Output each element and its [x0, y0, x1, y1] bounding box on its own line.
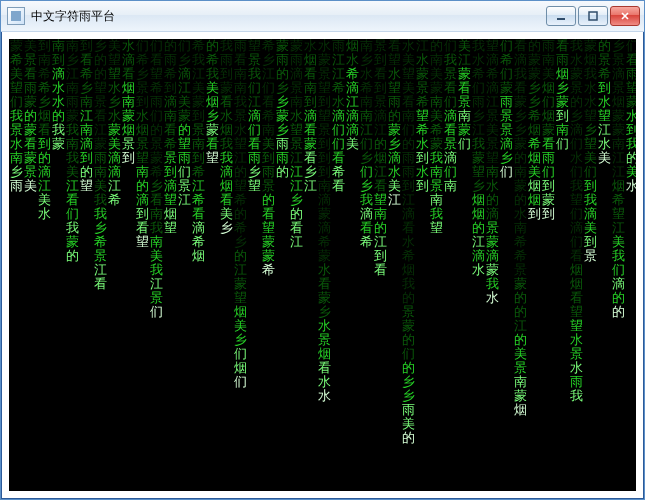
- rain-glyph: 我: [219, 137, 233, 151]
- rain-glyph: 希: [597, 67, 611, 81]
- rain-glyph: 江: [65, 179, 79, 193]
- rain-glyph: 看: [233, 53, 247, 67]
- rain-glyph: 的: [93, 67, 107, 81]
- rain-column: 滴美望望水乡水蒙美滴滴江希: [107, 39, 121, 207]
- rain-glyph: 雨: [9, 179, 23, 193]
- rain-glyph: 美: [107, 137, 121, 151]
- rain-glyph: 美: [23, 39, 37, 53]
- rain-column: 美我蒙希我江美蒙到景南到希江希看滴希烟: [191, 39, 205, 263]
- rain-column: 们乡滴江美蒙的望雨们景江: [177, 39, 191, 207]
- rain-glyph: 的: [275, 165, 289, 179]
- rain-glyph: 江: [597, 123, 611, 137]
- rain-glyph: 我: [233, 95, 247, 109]
- rain-glyph: 的: [597, 39, 611, 53]
- rain-glyph: 滴: [317, 221, 331, 235]
- rain-glyph: 看: [331, 151, 345, 165]
- rain-glyph: 南: [121, 95, 135, 109]
- rain-glyph: 滴: [443, 109, 457, 123]
- rain-glyph: 水: [107, 81, 121, 95]
- rain-glyph: 水: [359, 67, 373, 81]
- rain-glyph: 蒙: [471, 151, 485, 165]
- rain-glyph: 滴: [107, 151, 121, 165]
- rain-glyph: 的: [37, 151, 51, 165]
- rain-column: 烟水美望美看南们的雨雨到江滴看水希烟我的景蒙的们的乡乡雨美的: [401, 39, 415, 445]
- rain-glyph: 南: [485, 165, 499, 179]
- rain-glyph: 乡: [233, 235, 247, 249]
- rain-glyph: 江: [93, 123, 107, 137]
- rain-canvas: 蒙南美蒙希美望们我景水南乡雨乡美景看雨蒙的蒙看蒙景美美景水到南希希乡烟看到的滴江…: [9, 39, 636, 491]
- rain-glyph: 烟: [611, 179, 625, 193]
- rain-glyph: 乡: [149, 179, 163, 193]
- rain-glyph: 水: [387, 165, 401, 179]
- rain-glyph: 的: [485, 193, 499, 207]
- rain-glyph: 滴: [359, 207, 373, 221]
- rain-glyph: 看: [359, 221, 373, 235]
- rain-glyph: 江: [373, 235, 387, 249]
- rain-glyph: 们: [149, 39, 163, 53]
- rain-glyph: 美: [401, 417, 415, 431]
- svg-rect-1: [589, 12, 597, 20]
- rain-glyph: 蒙: [611, 123, 625, 137]
- rain-glyph: 望: [401, 67, 415, 81]
- rain-glyph: 们: [401, 123, 415, 137]
- rain-glyph: 希: [233, 221, 247, 235]
- rain-glyph: 景: [611, 81, 625, 95]
- rain-glyph: 蒙: [429, 137, 443, 151]
- rain-column: 到的希我美烟乡蒙看望: [205, 39, 219, 165]
- rain-glyph: 望: [429, 221, 443, 235]
- rain-glyph: 们: [247, 123, 261, 137]
- rain-glyph: 滴: [37, 165, 51, 179]
- rain-glyph: 们: [555, 137, 569, 151]
- rain-glyph: 我: [625, 137, 636, 151]
- rain-glyph: 望: [79, 179, 93, 193]
- rain-glyph: 雨: [149, 95, 163, 109]
- rain-glyph: 望: [205, 151, 219, 165]
- rain-glyph: 美: [149, 249, 163, 263]
- rain-glyph: 南: [429, 53, 443, 67]
- rain-glyph: 希: [527, 109, 541, 123]
- rain-glyph: 我: [219, 151, 233, 165]
- rain-glyph: 乡: [401, 389, 415, 403]
- rain-glyph: 水: [569, 333, 583, 347]
- rain-glyph: 雨: [387, 95, 401, 109]
- rain-glyph: 滴: [317, 193, 331, 207]
- rain-glyph: 希: [261, 39, 275, 53]
- rain-glyph: 到: [135, 95, 149, 109]
- rain-glyph: 滴: [401, 207, 415, 221]
- rain-glyph: 南: [401, 109, 415, 123]
- rain-glyph: 看: [23, 67, 37, 81]
- close-button[interactable]: [610, 6, 640, 26]
- minimize-button[interactable]: [546, 6, 576, 26]
- rain-glyph: 们: [625, 39, 636, 53]
- rain-glyph: 望: [107, 67, 121, 81]
- rain-glyph: 景: [317, 333, 331, 347]
- rain-glyph: 烟: [527, 179, 541, 193]
- rain-glyph: 希: [233, 193, 247, 207]
- rain-glyph: 望: [611, 207, 625, 221]
- rain-glyph: 们: [569, 165, 583, 179]
- rain-glyph: 滴: [485, 53, 499, 67]
- rain-glyph: 蒙: [317, 207, 331, 221]
- rain-glyph: 望: [261, 221, 275, 235]
- title-bar[interactable]: 中文字符雨平台: [1, 1, 644, 32]
- rain-glyph: 江: [485, 95, 499, 109]
- rain-glyph: 乡: [499, 151, 513, 165]
- rain-glyph: 滴: [569, 221, 583, 235]
- rain-glyph: 烟: [569, 263, 583, 277]
- close-icon: [620, 11, 630, 21]
- rain-glyph: 南: [233, 81, 247, 95]
- maximize-button[interactable]: [578, 6, 608, 26]
- rain-glyph: 乡: [513, 123, 527, 137]
- rain-glyph: 希: [359, 235, 373, 249]
- rain-glyph: 水: [121, 39, 135, 53]
- rain-glyph: 蒙: [541, 123, 555, 137]
- rain-glyph: 水: [345, 53, 359, 67]
- rain-glyph: 看: [191, 207, 205, 221]
- rain-glyph: 滴: [303, 109, 317, 123]
- rain-glyph: 烟: [219, 123, 233, 137]
- rain-glyph: 景: [415, 81, 429, 95]
- rain-glyph: 蒙: [93, 137, 107, 151]
- rain-glyph: 乡: [79, 81, 93, 95]
- rain-glyph: 水: [37, 207, 51, 221]
- rain-glyph: 南: [359, 95, 373, 109]
